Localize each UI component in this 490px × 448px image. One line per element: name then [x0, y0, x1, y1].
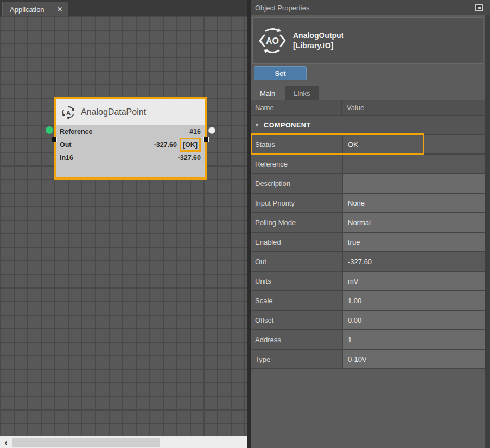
wiresheet-canvas[interactable]: A AnalogDataPoint Reference #16 Out -327…	[0, 16, 247, 436]
svg-text:A: A	[66, 109, 71, 116]
selection-handle-right[interactable]	[203, 137, 209, 142]
tab-main[interactable]: Main	[251, 86, 284, 100]
property-value[interactable]: -327.60	[343, 252, 485, 271]
property-name: Status	[251, 135, 342, 153]
slot-label: Out	[60, 141, 72, 149]
property-value[interactable]: 0-10V	[343, 350, 485, 368]
horizontal-scrollbar[interactable]: ‹	[0, 436, 247, 448]
property-value[interactable]	[343, 155, 485, 173]
table-row-description[interactable]: Description	[251, 174, 485, 193]
table-row-offset[interactable]: Offset 0.00	[251, 311, 485, 329]
table-row-units[interactable]: Units mV	[251, 272, 485, 290]
table-row-address[interactable]: Address 1	[251, 330, 485, 349]
object-properties-panel: Object Properties AO AnalogOutput [	[251, 0, 490, 448]
property-value[interactable]: Normal	[343, 213, 485, 232]
table-row-status[interactable]: Status OK	[251, 135, 485, 153]
slot-label: Reference	[60, 128, 92, 136]
property-name: Enabled	[251, 233, 342, 251]
minimize-panel-icon[interactable]	[475, 4, 483, 11]
analog-datapoint-block[interactable]: A AnalogDataPoint Reference #16 Out -327…	[54, 97, 207, 180]
property-name: Scale	[251, 291, 342, 310]
property-name: Offset	[251, 311, 342, 329]
status-ok-highlight: [OK]	[180, 138, 201, 152]
property-value[interactable]: 0.00	[343, 311, 485, 329]
horizontal-scrollbar-thumb[interactable]	[12, 438, 160, 447]
input-port-dot[interactable]	[46, 126, 53, 134]
block-slot-empty	[56, 164, 205, 177]
block-title: AnalogDataPoint	[81, 107, 146, 117]
property-value[interactable]: 1.00	[343, 291, 485, 310]
property-name: Polling Mode	[251, 213, 342, 232]
property-value[interactable]: None	[343, 194, 485, 212]
analog-point-icon: A	[61, 105, 75, 119]
properties-tabs: Main Links	[251, 86, 319, 100]
table-row-type[interactable]: Type 0-10V	[251, 350, 485, 368]
table-row-reference[interactable]: Reference	[251, 155, 485, 173]
column-header-value: Value	[342, 100, 485, 115]
tab-links[interactable]: Links	[285, 86, 319, 100]
selection-handle-left[interactable]	[52, 137, 57, 142]
panel-title: Object Properties	[255, 4, 309, 12]
slot-value: #16	[189, 128, 201, 136]
slot-label: In16	[60, 154, 73, 162]
property-name: Out	[251, 252, 342, 271]
property-name: Type	[251, 350, 342, 368]
wiresheet-panel: Application ✕ A	[0, 0, 247, 448]
block-slot-reference[interactable]: Reference #16	[56, 125, 205, 138]
slot-value: -327.60	[154, 141, 177, 149]
object-library: [Library.IO]	[293, 41, 343, 51]
svg-text:AO: AO	[266, 36, 279, 46]
analog-output-icon: AO	[257, 25, 288, 56]
application-window: Application ✕ A	[0, 0, 490, 448]
panel-title-bar: Object Properties	[251, 0, 490, 15]
table-row-polling-mode[interactable]: Polling Mode Normal	[251, 213, 485, 232]
scroll-left-icon[interactable]: ‹	[0, 438, 12, 447]
vertical-scrollbar[interactable]	[485, 15, 490, 448]
property-name: Reference	[251, 155, 342, 173]
slot-value: -327.60	[178, 154, 201, 162]
tab-application-label: Application	[10, 5, 44, 14]
editor-tab-bar: Application ✕	[0, 0, 247, 16]
property-name: Units	[251, 272, 342, 290]
property-value[interactable]: 1	[343, 330, 485, 349]
tab-application[interactable]: Application ✕	[2, 2, 68, 16]
property-value[interactable]: mV	[343, 272, 485, 290]
properties-table: Name Value ▾ COMPONENT Status OK Referen…	[251, 100, 485, 369]
set-button[interactable]: Set	[254, 66, 307, 80]
property-name: Input Priority	[251, 194, 342, 212]
object-name: AnalogOutput	[293, 30, 343, 41]
object-name-block: AnalogOutput [Library.IO]	[293, 30, 343, 51]
object-header-card: AO AnalogOutput [Library.IO]	[252, 17, 483, 64]
chevron-down-icon[interactable]: ▾	[256, 122, 258, 128]
table-row-enabled[interactable]: Enabled true	[251, 233, 485, 251]
column-header-name: Name	[251, 100, 342, 115]
close-icon[interactable]: ✕	[57, 5, 62, 13]
section-component[interactable]: ▾ COMPONENT	[251, 116, 485, 134]
property-value[interactable]: OK	[343, 135, 485, 153]
property-value[interactable]	[343, 174, 485, 193]
panel-divider[interactable]	[247, 0, 251, 448]
property-name: Address	[251, 330, 342, 349]
block-slot-in16[interactable]: In16 -327.60	[56, 151, 205, 164]
table-row-out[interactable]: Out -327.60	[251, 252, 485, 271]
table-row-scale[interactable]: Scale 1.00	[251, 291, 485, 310]
output-port-dot[interactable]	[208, 127, 215, 134]
block-slot-out[interactable]: Out -327.60 [OK]	[56, 138, 205, 151]
section-label: COMPONENT	[264, 121, 311, 129]
property-name: Description	[251, 174, 342, 193]
table-row-input-priority[interactable]: Input Priority None	[251, 194, 485, 212]
property-value[interactable]: true	[343, 233, 485, 251]
block-header[interactable]: A AnalogDataPoint	[56, 99, 205, 125]
table-header: Name Value	[251, 100, 485, 115]
